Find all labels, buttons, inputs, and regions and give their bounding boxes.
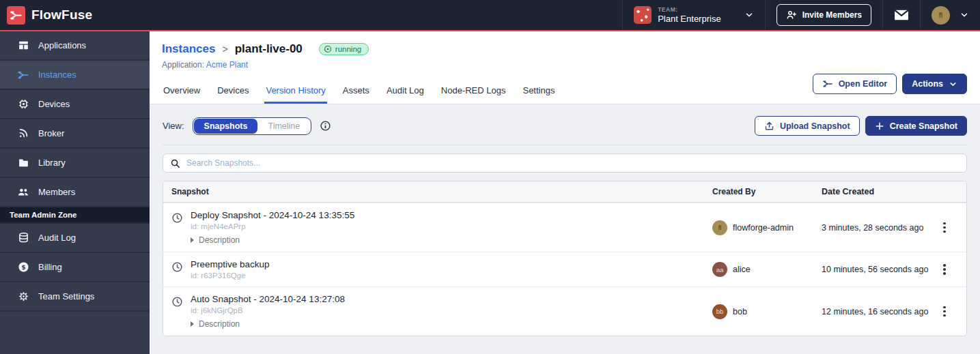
create-snapshot-label: Create Snapshot bbox=[890, 121, 957, 131]
sidebar-item-library[interactable]: Library bbox=[0, 149, 150, 178]
caret-right-icon bbox=[191, 321, 194, 327]
actions-button[interactable]: Actions bbox=[902, 74, 967, 94]
running-target-icon bbox=[324, 45, 332, 53]
upload-snapshot-button[interactable]: Upload Snapshot bbox=[755, 116, 860, 136]
chevron-down-icon bbox=[960, 10, 969, 20]
sidebar-item-members[interactable]: Members bbox=[0, 178, 150, 207]
team-name: Plant Enterprise bbox=[658, 14, 721, 24]
snapshot-id: id: r63P316Qge bbox=[191, 271, 270, 280]
column-created-by: Created By bbox=[712, 187, 822, 196]
status-badge: running bbox=[319, 43, 369, 55]
mail-button[interactable] bbox=[894, 9, 909, 21]
user-avatar: fl bbox=[932, 6, 950, 25]
application-line: Application: Acme Plant bbox=[162, 60, 968, 70]
sidebar-item-team-settings[interactable]: Team Settings bbox=[0, 282, 150, 312]
svg-text:$: $ bbox=[21, 263, 25, 271]
creator-name: bob bbox=[733, 307, 747, 316]
description-toggle[interactable]: Description bbox=[191, 235, 354, 245]
app-window: FlowFuse TEAM: Plant Enterprise bbox=[0, 0, 980, 354]
tab-devices[interactable]: Devices bbox=[216, 81, 250, 104]
sidebar-item-audit-log[interactable]: Audit Log bbox=[0, 224, 150, 253]
table-row: Deploy Snapshot - 2024-10-24 13:35:55 id… bbox=[163, 203, 966, 252]
creator-avatar: fl bbox=[712, 220, 727, 235]
view-label: View: bbox=[163, 121, 184, 131]
toolbar-divider bbox=[163, 145, 967, 145]
application-link[interactable]: Acme Plant bbox=[206, 60, 248, 70]
upload-snapshot-label: Upload Snapshot bbox=[780, 121, 850, 131]
sidebar-item-label: Devices bbox=[38, 99, 70, 109]
create-snapshot-button[interactable]: Create Snapshot bbox=[865, 116, 967, 136]
creator-name: flowforge-admin bbox=[733, 223, 794, 233]
view-toggle: Snapshots Timeline bbox=[193, 117, 312, 135]
page-title: plant-live-00 bbox=[235, 42, 303, 56]
status-badge-label: running bbox=[335, 45, 361, 53]
search-input[interactable] bbox=[186, 158, 960, 168]
editor-fork-icon bbox=[822, 78, 833, 89]
flowfuse-logo[interactable]: FlowFuse bbox=[0, 6, 92, 25]
team-selector[interactable]: TEAM: Plant Enterprise bbox=[622, 0, 765, 30]
plus-icon bbox=[875, 121, 884, 131]
top-navbar: FlowFuse TEAM: Plant Enterprise bbox=[0, 0, 980, 31]
mail-icon bbox=[894, 9, 909, 21]
snapshot-actions: Upload Snapshot Create Snapshot bbox=[755, 116, 967, 136]
sidebar-item-label: Applications bbox=[38, 40, 86, 50]
invite-members-button[interactable]: Invite Members bbox=[776, 4, 871, 26]
snapshots-table: Snapshot Created By Date Created Deplo bbox=[163, 181, 967, 336]
application-label: Application: bbox=[162, 60, 204, 70]
breadcrumb-instances-link[interactable]: Instances bbox=[162, 42, 215, 56]
sidebar-item-applications[interactable]: Applications bbox=[0, 31, 150, 61]
applications-icon bbox=[17, 40, 29, 51]
sidebar-item-broker[interactable]: Broker bbox=[0, 119, 150, 149]
breadcrumb-separator: > bbox=[222, 44, 227, 55]
sidebar-item-label: Members bbox=[38, 187, 75, 197]
column-date-created: Date Created bbox=[822, 187, 931, 196]
view-toggle-snapshots[interactable]: Snapshots bbox=[194, 119, 258, 134]
tab-settings[interactable]: Settings bbox=[521, 81, 556, 104]
tab-audit-log[interactable]: Audit Log bbox=[385, 81, 425, 104]
header-actions: Open Editor Actions bbox=[813, 74, 967, 94]
user-menu[interactable]: fl bbox=[920, 0, 980, 30]
snapshot-title: Auto Snapshot - 2024-10-24 13:27:08 bbox=[191, 294, 345, 304]
kebab-menu-icon[interactable] bbox=[940, 220, 949, 236]
open-editor-button[interactable]: Open Editor bbox=[813, 74, 897, 94]
sidebar-item-label: Broker bbox=[38, 128, 64, 138]
sidebar: Applications Instances Devices bbox=[0, 31, 150, 354]
table-row: Preemptive backup id: r63P316Qge aa alic… bbox=[163, 252, 966, 286]
creator-avatar: bb bbox=[712, 304, 727, 319]
open-editor-label: Open Editor bbox=[839, 79, 888, 89]
dollar-icon: $ bbox=[17, 261, 29, 273]
search-icon bbox=[170, 158, 180, 168]
tab-assets[interactable]: Assets bbox=[341, 81, 371, 104]
table-row: Auto Snapshot - 2024-10-24 13:27:08 id: … bbox=[163, 286, 966, 336]
sidebar-item-instances[interactable]: Instances bbox=[0, 61, 150, 90]
team-text: TEAM: Plant Enterprise bbox=[658, 6, 721, 24]
tab-version-history[interactable]: Version History bbox=[264, 81, 326, 104]
folder-icon bbox=[17, 157, 29, 168]
kebab-menu-icon[interactable] bbox=[940, 261, 949, 278]
search-box bbox=[163, 153, 967, 173]
tab-overview[interactable]: Overview bbox=[162, 81, 201, 104]
main-area: Instances > plant-live-00 running Applic… bbox=[150, 31, 980, 354]
breadcrumb: Instances > plant-live-00 running bbox=[162, 42, 968, 56]
mail-section bbox=[882, 0, 920, 30]
clock-icon bbox=[171, 212, 183, 224]
users-icon bbox=[17, 186, 29, 198]
date-created: 10 minutes, 56 seconds ago bbox=[822, 265, 931, 274]
chevron-down-icon bbox=[949, 80, 957, 89]
description-toggle[interactable]: Description bbox=[191, 319, 345, 329]
sidebar-item-devices[interactable]: Devices bbox=[0, 90, 150, 119]
tab-node-red-logs[interactable]: Node-RED Logs bbox=[440, 81, 507, 104]
description-label: Description bbox=[199, 235, 240, 245]
sidebar-item-label: Instances bbox=[38, 70, 76, 80]
creator-name: alice bbox=[733, 265, 751, 274]
info-icon[interactable] bbox=[320, 120, 331, 132]
kebab-menu-icon[interactable] bbox=[940, 304, 949, 320]
brand-name: FlowFuse bbox=[31, 8, 92, 23]
sidebar-item-billing[interactable]: $ Billing bbox=[0, 253, 150, 282]
sidebar-item-label: Billing bbox=[38, 262, 62, 272]
view-toggle-timeline[interactable]: Timeline bbox=[257, 119, 310, 134]
team-avatar bbox=[634, 6, 652, 24]
date-created: 12 minutes, 16 seconds ago bbox=[822, 307, 931, 316]
invite-section: Invite Members bbox=[765, 0, 882, 30]
column-snapshot: Snapshot bbox=[171, 187, 712, 196]
